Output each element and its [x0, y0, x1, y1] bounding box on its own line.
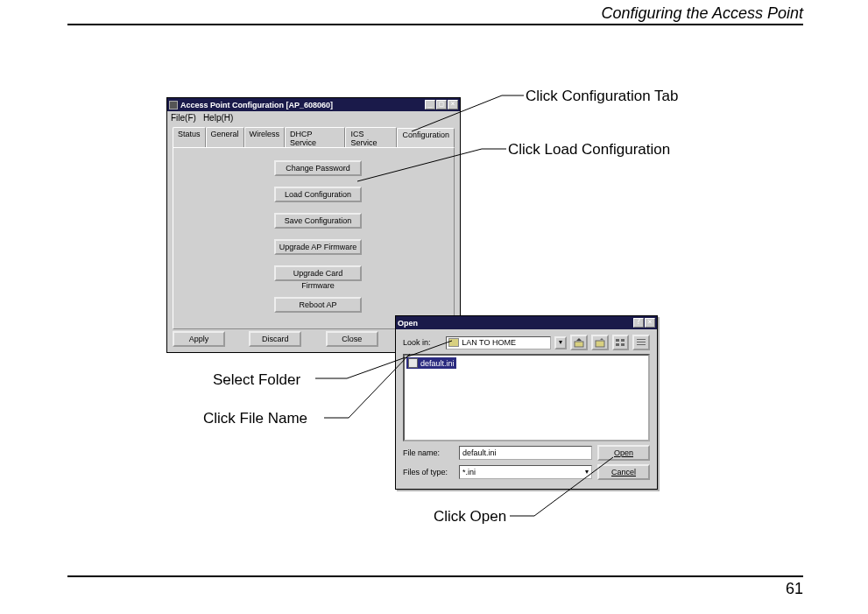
- load-configuration-button[interactable]: Load Configuration: [274, 187, 362, 202]
- annotation-click-load-config: Click Load Configuration: [508, 141, 670, 159]
- svg-line-2: [412, 95, 502, 131]
- look-in-combo[interactable]: LAN TO HOME: [446, 336, 551, 349]
- annotation-click-file-name: Click File Name: [203, 410, 307, 427]
- apply-button[interactable]: Apply: [173, 331, 225, 347]
- svg-rect-0: [575, 342, 583, 347]
- tab-ics-service[interactable]: ICS Service: [345, 127, 397, 147]
- open-dialog-help-button[interactable]: ?: [633, 318, 644, 328]
- look-in-value: LAN TO HOME: [462, 338, 516, 347]
- open-dialog-titlebar: Open ? ×: [396, 316, 657, 329]
- app-icon: [169, 101, 178, 109]
- up-one-level-icon[interactable]: [570, 335, 588, 350]
- tab-general[interactable]: General: [206, 127, 244, 147]
- files-of-type-value: *.ini: [462, 466, 476, 478]
- leader-click-open: [510, 456, 615, 518]
- file-name-label: File name:: [403, 448, 454, 457]
- save-configuration-button[interactable]: Save Configuration: [274, 213, 362, 229]
- reboot-ap-button[interactable]: Reboot AP: [274, 297, 362, 313]
- leader-click-file-name: [324, 353, 412, 420]
- leader-config-tab: [412, 95, 526, 133]
- leader-load-config: [357, 148, 508, 183]
- open-dialog-title: Open: [398, 319, 633, 328]
- tab-dhcp-service[interactable]: DHCP Service: [285, 127, 345, 147]
- annotation-select-folder: Select Folder: [213, 371, 300, 389]
- look-in-dropdown-button[interactable]: ▾: [554, 336, 567, 349]
- change-password-button[interactable]: Change Password: [274, 160, 362, 176]
- open-dialog-close-button[interactable]: ×: [645, 318, 655, 328]
- details-view-icon[interactable]: [632, 335, 650, 350]
- tab-status[interactable]: Status: [173, 127, 206, 147]
- menu-help[interactable]: Help(H): [203, 113, 233, 123]
- page-header: Configuring the Access Point: [602, 4, 803, 23]
- upgrade-ap-firmware-button[interactable]: Upgrade AP Firmware: [274, 239, 362, 255]
- annotation-click-open: Click Open: [434, 508, 506, 526]
- files-of-type-label: Files of type:: [403, 468, 454, 476]
- discard-button[interactable]: Discard: [249, 331, 301, 347]
- svg-line-4: [357, 149, 482, 181]
- footer-rule: [67, 575, 803, 577]
- header-rule: [67, 24, 803, 25]
- svg-rect-1: [596, 341, 604, 347]
- upgrade-card-firmware-button[interactable]: Upgrade Card Firmware: [274, 265, 362, 281]
- page-number: 61: [786, 580, 803, 598]
- svg-line-9: [349, 354, 410, 418]
- tab-wireless[interactable]: Wireless: [244, 127, 286, 147]
- annotation-click-config-tab: Click Configuration Tab: [526, 88, 679, 105]
- svg-line-11: [534, 457, 613, 516]
- config-window-title: Access Point Configuration [AP_608060]: [180, 101, 425, 109]
- menu-file[interactable]: File(F): [171, 113, 196, 123]
- new-folder-icon[interactable]: [591, 335, 609, 350]
- list-view-icon[interactable]: [612, 335, 630, 350]
